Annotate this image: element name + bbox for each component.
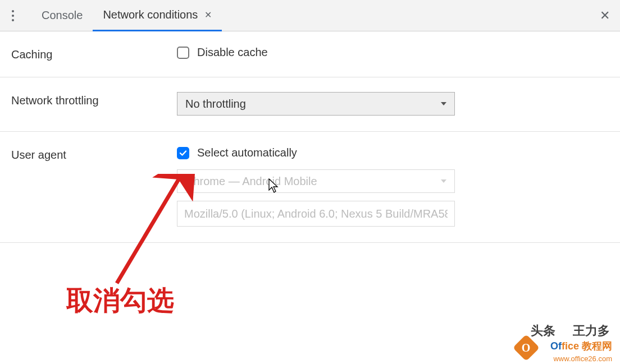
section-network-throttling: Network throttling No throttling [0, 77, 620, 132]
close-drawer-icon[interactable]: ✕ [600, 8, 610, 23]
chevron-down-icon [441, 102, 446, 105]
section-user-agent: User agent Select automatically Chrome —… [0, 132, 620, 243]
tab-console-label: Console [42, 9, 83, 22]
ua-auto-checkbox-label: Select automatically [197, 146, 297, 159]
throttling-select-value: No throttling [185, 98, 246, 110]
ua-preset-select-value: Chrome — Android Mobile [185, 175, 317, 188]
disable-cache-checkbox-label: Disable cache [197, 46, 268, 59]
tab-network-conditions[interactable]: Network conditions ✕ [93, 0, 222, 31]
tab-network-conditions-label: Network conditions [103, 8, 198, 21]
ua-auto-checkbox[interactable] [177, 147, 189, 159]
close-tab-icon[interactable]: ✕ [204, 10, 212, 20]
disable-cache-checkbox[interactable] [177, 47, 189, 59]
kebab-menu-icon[interactable] [8, 7, 18, 25]
ua-string-input [177, 201, 455, 227]
section-caching: Caching Disable cache [0, 31, 620, 77]
ua-preset-select: Chrome — Android Mobile [177, 169, 455, 193]
caching-label: Caching [11, 46, 177, 61]
drawer-tab-bar: Console Network conditions ✕ ✕ [0, 0, 620, 31]
chevron-down-icon [441, 179, 446, 183]
watermark-url: www.office26.com [553, 354, 612, 363]
watermark-brand: Office 教程网 [550, 339, 612, 353]
watermark-top: 头条 王力多 [531, 322, 610, 339]
tab-console[interactable]: Console [31, 0, 93, 31]
annotation-text: 取消勾选 [66, 283, 174, 319]
throttling-select[interactable]: No throttling [177, 92, 455, 116]
user-agent-label: User agent [11, 146, 177, 227]
network-throttling-label: Network throttling [11, 92, 177, 116]
